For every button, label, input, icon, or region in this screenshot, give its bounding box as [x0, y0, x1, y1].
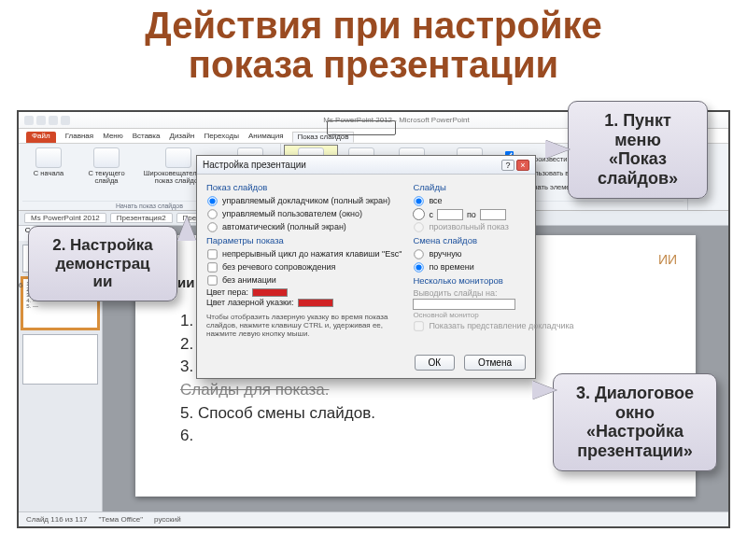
chk-loop[interactable]: непрерывный цикл до нажатия клавиши "Esc…: [206, 248, 402, 260]
monitor-label: Выводить слайды на:: [413, 288, 573, 298]
group-options: Параметры показа: [206, 235, 402, 245]
radio-user[interactable]: управляемый пользователем (окно): [206, 208, 402, 220]
title-line1: Действия при настройке: [145, 5, 602, 46]
dialog-titlebar[interactable]: Настройка презентации ? ×: [197, 156, 535, 175]
ok-button[interactable]: ОК: [415, 355, 456, 371]
radio-timed[interactable]: по времени: [413, 261, 573, 273]
dialog-right-col: Слайды все с по произвольный показ Смена…: [413, 180, 573, 339]
chk-presenter: Показать представление докладчика: [413, 320, 573, 332]
tab-transitions[interactable]: Переходы: [204, 132, 239, 143]
from-spinner[interactable]: [437, 209, 463, 220]
tab-home[interactable]: Главная: [65, 132, 93, 143]
thumb-number: 116: [19, 281, 22, 289]
status-lang: русский: [154, 515, 181, 524]
group-show: Показ слайдов: [206, 182, 402, 192]
callout-3-tail: [532, 381, 557, 399]
callout-2: 2. Настройка демонстрац ии: [28, 226, 177, 301]
tab-menu[interactable]: Меню: [103, 132, 123, 143]
btn-from-current[interactable]: С текущего слайда: [80, 146, 133, 201]
laser-color-row[interactable]: Цвет лазерной указки:: [206, 298, 402, 307]
tab-highlight: [327, 120, 396, 135]
monitor-value: Основной монитор: [413, 311, 573, 319]
doc-tab-b[interactable]: Презентация2: [110, 213, 173, 223]
thumbnail[interactable]: [22, 334, 98, 385]
radio-manual[interactable]: вручную: [413, 248, 573, 260]
radio-range[interactable]: с по: [413, 208, 573, 220]
tab-design[interactable]: Дизайн: [169, 132, 194, 143]
pen-color-row[interactable]: Цвет пера:: [206, 287, 402, 297]
chk-no-narration[interactable]: без речевого сопровождения: [206, 261, 402, 273]
help-icon[interactable]: ?: [501, 160, 514, 171]
callout-1: 1. Пункт меню «Показ слайдов»: [568, 101, 708, 199]
group-slides: Слайды: [413, 182, 573, 192]
title-line2: показа презентации: [189, 44, 558, 85]
group-advance: Смена слайдов: [413, 235, 573, 245]
tab-insert[interactable]: Вставка: [133, 132, 161, 143]
chk-no-animation[interactable]: без анимации: [206, 274, 402, 287]
page-title: Действия при настройке показа презентаци…: [0, 0, 747, 88]
tab-file[interactable]: Файл: [26, 132, 56, 143]
doc-tab-a[interactable]: Ms PowerPoint 2012: [24, 213, 106, 223]
pen-color-swatch[interactable]: [252, 288, 288, 297]
callout-1-tail: [545, 140, 570, 159]
to-spinner[interactable]: [480, 209, 506, 220]
statusbar: Слайд 116 из 117 "Тема Office" русский: [19, 511, 728, 526]
group-monitors: Несколько мониторов: [413, 275, 573, 286]
callout-2-tail: [177, 217, 196, 241]
radio-all[interactable]: все: [413, 195, 573, 207]
dialog-hint: Чтобы отобразить лазерную указку во врем…: [206, 313, 402, 339]
radio-custom: произвольный показ: [413, 221, 573, 233]
window-controls[interactable]: ? ×: [501, 160, 529, 171]
dialog-title: Настройка презентации: [203, 160, 306, 170]
dialog-left-col: Показ слайдов управляемый докладчиком (п…: [206, 180, 402, 339]
radio-auto[interactable]: автоматический (полный экран): [206, 221, 402, 233]
setup-show-dialog[interactable]: Настройка презентации ? × Показ слайдов …: [196, 155, 536, 379]
radio-speaker[interactable]: управляемый докладчиком (полный экран): [206, 195, 402, 207]
status-theme: "Тема Office": [99, 515, 144, 524]
close-icon[interactable]: ×: [516, 160, 529, 171]
callout-3: 3. Диалоговое окно «Настройка презентаци…: [553, 373, 717, 471]
status-slide: Слайд 116 из 117: [26, 515, 88, 524]
tab-animation[interactable]: Анимация: [248, 132, 284, 143]
monitor-select: [413, 299, 515, 310]
cancel-button[interactable]: Отмена: [464, 355, 526, 371]
laser-color-swatch[interactable]: [298, 299, 333, 307]
btn-from-start[interactable]: С начала: [22, 146, 75, 201]
quick-access-toolbar[interactable]: [24, 116, 70, 125]
